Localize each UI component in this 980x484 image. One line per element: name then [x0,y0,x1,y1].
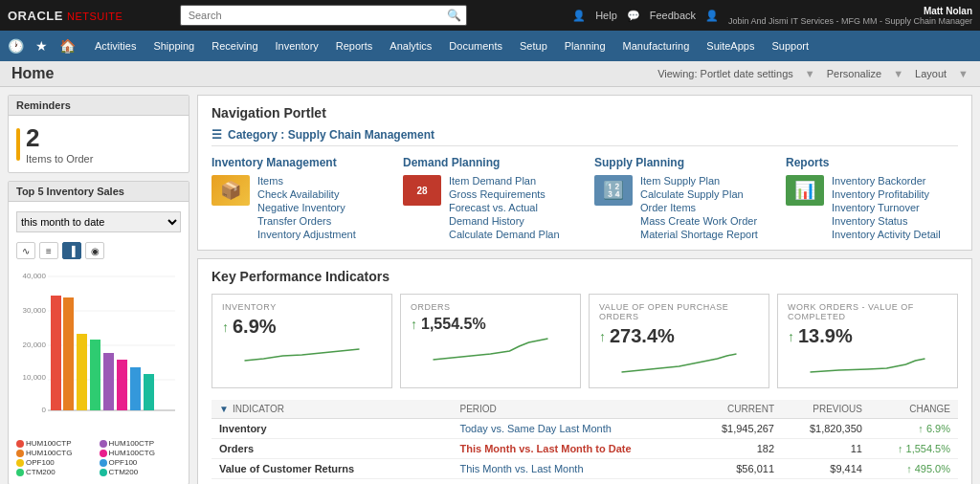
td-period[interactable]: Today vs. Same Day Last Month [453,419,695,439]
nav-receiving[interactable]: Receiving [204,36,265,55]
link-material-shortage-report[interactable]: Material Shortage Report [640,229,758,240]
link-inventory-backorder[interactable]: Inventory Backorder [832,175,941,187]
svg-rect-11 [63,297,74,410]
th-period: PERIOD [453,400,695,419]
right-panel: Navigation Portlet ☰ Category : Supply C… [197,95,972,484]
category-icon: ☰ [212,128,222,142]
td-period[interactable]: This Month vs. Last Month [453,459,695,479]
link-inventory-status[interactable]: Inventory Status [832,215,941,227]
td-period[interactable]: This Month vs. Last Month [453,479,695,485]
link-order-items[interactable]: Order Items [640,202,758,213]
chart-legend: HUM100CTP HUM100CTP HUM100CTG HUM100CTG … [9,435,189,484]
person-icon: 👤 [705,10,719,22]
link-item-demand-plan[interactable]: Item Demand Plan [449,175,560,187]
link-inventory-profitability[interactable]: Inventory Profitability [832,188,941,200]
nav-activities[interactable]: Activities [87,36,144,55]
chart-ctrl-pie[interactable]: ◉ [85,242,104,259]
legend-item: OPF100 [100,458,182,467]
feedback-link[interactable]: Feedback [650,10,696,21]
link-mass-create-work-order[interactable]: Mass Create Work Order [640,215,758,227]
td-period[interactable]: This Month vs. Last Month to Date [453,439,695,459]
chart-ctrl-bar[interactable]: ▐ [62,242,81,259]
link-inventory-adjustment[interactable]: Inventory Adjustment [257,229,356,240]
logo-oracle: ORACLE [8,9,63,23]
topbar: ORACLE NETSUITE 🔍 👤 Help 💬 Feedback 👤 Ma… [0,0,980,31]
kpi-cards: INVENTORY ↑6.9% ORDERS ↑1,554.5% [212,294,958,388]
svg-text:20,000: 20,000 [23,341,47,349]
help-link[interactable]: Help [595,10,617,21]
link-negative-inventory[interactable]: Negative Inventory [257,202,356,213]
table-row: Orders This Month vs. Last Month to Date… [212,439,958,459]
td-name: Value of Customer Returns [212,459,453,479]
nav-manufacturing[interactable]: Manufacturing [615,36,698,55]
clock-icon[interactable]: 🕐 [4,36,28,55]
category-title-supply[interactable]: Supply Planning [594,156,767,169]
kpi-sparkline-work-orders [788,351,947,380]
page-header-right: Viewing: Portlet date settings ▼ Persona… [657,68,969,79]
svg-rect-10 [51,296,61,410]
link-calculate-demand-plan[interactable]: Calculate Demand Plan [449,229,560,240]
star-icon[interactable]: ★ [32,36,52,55]
bar-chart: 40,000 30,000 20,000 10,000 0 [16,267,181,420]
search-input[interactable] [180,5,467,26]
home-icon[interactable]: 🏠 [56,36,79,55]
link-inventory-turnover[interactable]: Inventory Turnover [832,202,941,213]
svg-rect-13 [90,340,100,410]
nav-planning[interactable]: Planning [557,36,613,55]
indicator-table: ▼INDICATOR PERIOD CURRENT PREVIOUS CHANG… [212,400,958,484]
category-reports: Reports 📊 Inventory Backorder Inventory … [786,156,958,240]
category-supply-planning: Supply Planning 🔢 Item Supply Plan Calcu… [594,156,767,240]
category-demand-planning: Demand Planning 28 Item Demand Plan Gros… [403,156,575,240]
chart-ctrl-line[interactable]: ∿ [16,242,35,259]
top5-select[interactable]: this month to date [16,211,181,232]
link-calculate-supply-plan[interactable]: Calculate Supply Plan [640,188,758,200]
table-row: Inventory Today vs. Same Day Last Month … [212,419,958,439]
nav-categories: Inventory Management 📦 Items Check Avail… [212,156,958,240]
td-current: $56,011 [694,459,782,479]
nav-inventory[interactable]: Inventory [268,36,326,55]
layout-link[interactable]: Layout [915,68,947,79]
link-check-availability[interactable]: Check Availability [257,188,356,200]
nav-documents[interactable]: Documents [441,36,510,55]
link-transfer-orders[interactable]: Transfer Orders [257,215,356,227]
chart-controls: ∿ ≡ ▐ ◉ [9,238,189,263]
td-previous: 11 [782,439,870,459]
link-forecast-vs-actual[interactable]: Forecast vs. Actual [449,202,560,213]
legend-item: CTM200 [100,468,182,476]
user-icon: 👤 [572,10,586,22]
personalize-chevron: ▼ [893,68,903,79]
td-current: 182 [694,439,782,459]
category-title-inventory[interactable]: Inventory Management [212,156,384,169]
legend-item: OPF100 [16,458,99,467]
link-demand-history[interactable]: Demand History [449,215,560,227]
nav-support[interactable]: Support [764,36,816,55]
category-title-demand[interactable]: Demand Planning [403,156,575,169]
inventory-icon: 📦 [212,175,250,206]
kpi-label-work-orders: WORK ORDERS - VALUE OF COMPLETED [788,302,947,321]
nav-setup[interactable]: Setup [512,36,555,55]
nav-icons: 🕐 ★ 🏠 [4,36,79,55]
reports-links: Inventory Backorder Inventory Profitabil… [832,175,941,240]
supply-links: Item Supply Plan Calculate Supply Plan O… [640,175,758,240]
nav-shipping[interactable]: Shipping [145,36,202,55]
logo-netsuite: NETSUITE [67,11,122,22]
kpi-value-inventory: ↑6.9% [222,316,382,338]
chart-ctrl-grouped[interactable]: ≡ [39,242,58,259]
top5-portlet: Top 5 Inventory Sales this month to date… [8,181,189,484]
svg-text:40,000: 40,000 [23,272,47,280]
nav-suiteapps[interactable]: SuiteApps [699,36,762,55]
td-name: Orders [212,439,453,459]
viewing-portlet[interactable]: Viewing: Portlet date settings [657,68,793,79]
link-items[interactable]: Items [257,175,356,187]
category-body-reports: 📊 Inventory Backorder Inventory Profitab… [786,175,958,240]
nav-reports[interactable]: Reports [328,36,381,55]
category-title-reports[interactable]: Reports [786,156,958,169]
nav-analytics[interactable]: Analytics [382,36,439,55]
personalize-link[interactable]: Personalize [827,68,881,79]
link-gross-requirements[interactable]: Gross Requirements [449,188,560,200]
category-header: ☰ Category : Supply Chain Management [212,128,958,146]
legend-item: CTM200 [16,468,99,476]
svg-rect-14 [103,353,114,410]
link-inventory-activity-detail[interactable]: Inventory Activity Detail [832,229,941,240]
link-item-supply-plan[interactable]: Item Supply Plan [640,175,758,187]
